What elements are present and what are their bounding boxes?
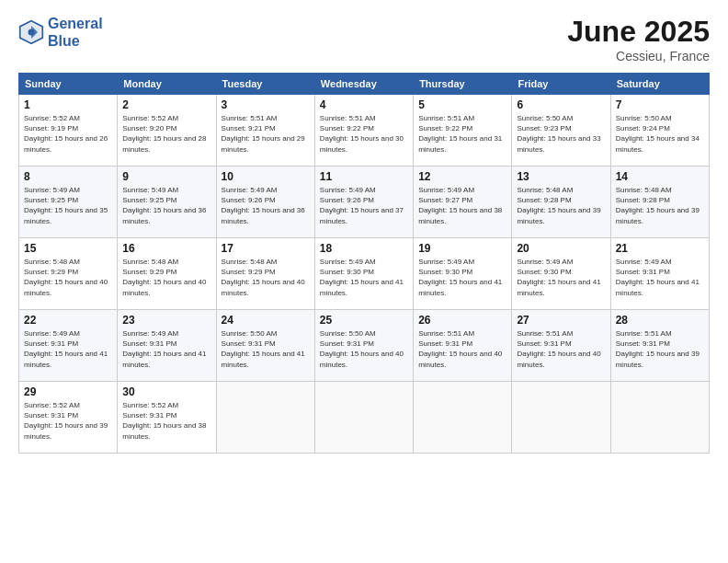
calendar-cell: 7Sunrise: 5:50 AMSunset: 9:24 PMDaylight… [610,95,709,167]
calendar-cell: 13Sunrise: 5:48 AMSunset: 9:28 PMDayligh… [512,167,610,238]
day-info: Sunrise: 5:49 AMSunset: 9:31 PMDaylight:… [122,328,210,370]
day-number: 20 [517,242,605,255]
calendar-cell: 11Sunrise: 5:49 AMSunset: 9:26 PMDayligh… [314,167,413,238]
location: Cessieu, France [567,49,710,63]
title-block: June 2025 Cessieu, France [567,15,710,63]
day-number: 18 [320,242,408,255]
day-number: 27 [517,314,605,327]
calendar-cell [610,382,709,454]
day-number: 4 [320,98,408,111]
day-number: 30 [122,385,210,398]
day-info: Sunrise: 5:51 AMSunset: 9:22 PMDaylight:… [418,113,506,155]
day-info: Sunrise: 5:49 AMSunset: 9:31 PMDaylight:… [616,257,704,298]
calendar-cell [314,382,413,454]
day-info: Sunrise: 5:51 AMSunset: 9:31 PMDaylight:… [616,328,704,370]
calendar-cell: 3Sunrise: 5:51 AMSunset: 9:21 PMDaylight… [216,95,314,167]
day-number: 23 [122,314,210,327]
day-info: Sunrise: 5:52 AMSunset: 9:20 PMDaylight:… [122,113,210,155]
day-number: 19 [418,242,506,255]
day-info: Sunrise: 5:51 AMSunset: 9:31 PMDaylight:… [517,328,605,370]
logo-icon [18,19,44,45]
day-number: 15 [24,242,112,255]
day-number: 14 [616,170,704,183]
day-info: Sunrise: 5:50 AMSunset: 9:31 PMDaylight:… [320,328,408,370]
calendar-cell: 6Sunrise: 5:50 AMSunset: 9:23 PMDaylight… [512,95,610,167]
calendar-cell: 24Sunrise: 5:50 AMSunset: 9:31 PMDayligh… [216,310,314,382]
calendar-cell: 22Sunrise: 5:49 AMSunset: 9:31 PMDayligh… [19,310,118,382]
day-info: Sunrise: 5:50 AMSunset: 9:23 PMDaylight:… [517,113,605,155]
calendar-table: Sunday Monday Tuesday Wednesday Thursday… [18,73,710,454]
day-info: Sunrise: 5:49 AMSunset: 9:30 PMDaylight:… [418,257,506,298]
day-info: Sunrise: 5:49 AMSunset: 9:25 PMDaylight:… [122,185,210,226]
day-number: 25 [320,314,408,327]
calendar-cell [414,382,512,454]
day-info: Sunrise: 5:50 AMSunset: 9:24 PMDaylight:… [616,113,704,155]
day-info: Sunrise: 5:49 AMSunset: 9:25 PMDaylight:… [24,185,112,226]
day-info: Sunrise: 5:49 AMSunset: 9:26 PMDaylight:… [222,185,310,226]
col-thursday: Thursday [414,74,512,95]
calendar-cell: 9Sunrise: 5:49 AMSunset: 9:25 PMDaylight… [118,167,216,238]
calendar-cell: 14Sunrise: 5:48 AMSunset: 9:28 PMDayligh… [610,167,709,238]
day-number: 24 [222,314,310,327]
calendar-cell: 25Sunrise: 5:50 AMSunset: 9:31 PMDayligh… [314,310,413,382]
day-number: 5 [418,98,506,111]
calendar-cell: 26Sunrise: 5:51 AMSunset: 9:31 PMDayligh… [414,310,512,382]
calendar-cell: 2Sunrise: 5:52 AMSunset: 9:20 PMDaylight… [118,95,216,167]
header-row: Sunday Monday Tuesday Wednesday Thursday… [19,74,710,95]
week-row-1: 1Sunrise: 5:52 AMSunset: 9:19 PMDaylight… [19,95,710,167]
day-info: Sunrise: 5:48 AMSunset: 9:29 PMDaylight:… [122,257,210,298]
day-number: 11 [320,170,408,183]
day-number: 2 [122,98,210,111]
calendar-cell: 1Sunrise: 5:52 AMSunset: 9:19 PMDaylight… [19,95,118,167]
day-info: Sunrise: 5:51 AMSunset: 9:22 PMDaylight:… [320,113,408,155]
day-number: 21 [616,242,704,255]
calendar-cell: 27Sunrise: 5:51 AMSunset: 9:31 PMDayligh… [512,310,610,382]
calendar-page: General Blue June 2025 Cessieu, France S… [0,0,728,563]
day-number: 13 [517,170,605,183]
day-info: Sunrise: 5:51 AMSunset: 9:31 PMDaylight:… [418,328,506,370]
day-number: 16 [122,242,210,255]
calendar-cell [216,382,314,454]
day-number: 1 [24,98,112,111]
week-row-2: 8Sunrise: 5:49 AMSunset: 9:25 PMDaylight… [19,167,710,238]
day-number: 3 [222,98,310,111]
calendar-cell: 20Sunrise: 5:49 AMSunset: 9:30 PMDayligh… [512,238,610,310]
day-number: 8 [24,170,112,183]
calendar-cell: 10Sunrise: 5:49 AMSunset: 9:26 PMDayligh… [216,167,314,238]
day-info: Sunrise: 5:49 AMSunset: 9:27 PMDaylight:… [418,185,506,226]
calendar-cell: 28Sunrise: 5:51 AMSunset: 9:31 PMDayligh… [610,310,709,382]
col-saturday: Saturday [610,74,709,95]
day-number: 6 [517,98,605,111]
day-number: 9 [122,170,210,183]
day-info: Sunrise: 5:51 AMSunset: 9:21 PMDaylight:… [222,113,310,155]
svg-point-2 [28,29,35,36]
day-number: 10 [222,170,310,183]
calendar-cell: 29Sunrise: 5:52 AMSunset: 9:31 PMDayligh… [19,382,118,454]
calendar-cell [512,382,610,454]
day-number: 22 [24,314,112,327]
day-number: 12 [418,170,506,183]
col-sunday: Sunday [19,74,118,95]
col-friday: Friday [512,74,610,95]
calendar-cell: 17Sunrise: 5:48 AMSunset: 9:29 PMDayligh… [216,238,314,310]
calendar-cell: 19Sunrise: 5:49 AMSunset: 9:30 PMDayligh… [414,238,512,310]
week-row-3: 15Sunrise: 5:48 AMSunset: 9:29 PMDayligh… [19,238,710,310]
calendar-cell: 23Sunrise: 5:49 AMSunset: 9:31 PMDayligh… [118,310,216,382]
day-info: Sunrise: 5:50 AMSunset: 9:31 PMDaylight:… [222,328,310,370]
day-info: Sunrise: 5:49 AMSunset: 9:26 PMDaylight:… [320,185,408,226]
calendar-cell: 12Sunrise: 5:49 AMSunset: 9:27 PMDayligh… [414,167,512,238]
logo-text: General Blue [48,15,103,50]
day-info: Sunrise: 5:48 AMSunset: 9:28 PMDaylight:… [517,185,605,226]
month-title: June 2025 [567,15,710,49]
calendar-cell: 21Sunrise: 5:49 AMSunset: 9:31 PMDayligh… [610,238,709,310]
day-number: 7 [616,98,704,111]
week-row-4: 22Sunrise: 5:49 AMSunset: 9:31 PMDayligh… [19,310,710,382]
day-info: Sunrise: 5:49 AMSunset: 9:30 PMDaylight:… [320,257,408,298]
logo-line2: Blue [48,33,80,49]
day-info: Sunrise: 5:48 AMSunset: 9:29 PMDaylight:… [24,257,112,298]
col-wednesday: Wednesday [314,74,413,95]
day-info: Sunrise: 5:49 AMSunset: 9:30 PMDaylight:… [517,257,605,298]
day-info: Sunrise: 5:52 AMSunset: 9:31 PMDaylight:… [122,400,210,442]
day-info: Sunrise: 5:48 AMSunset: 9:29 PMDaylight:… [222,257,310,298]
week-row-5: 29Sunrise: 5:52 AMSunset: 9:31 PMDayligh… [19,382,710,454]
